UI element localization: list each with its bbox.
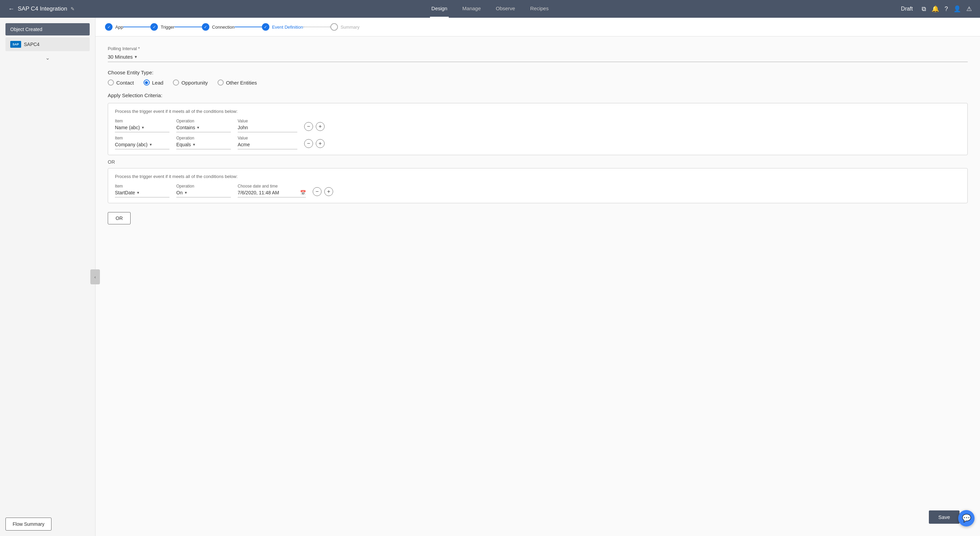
item3-value: StartDate [115,190,135,196]
radio-opportunity-circle [173,80,179,86]
op3-arrow-icon: ▾ [185,190,187,195]
or-button[interactable]: OR [108,212,130,224]
chat-button[interactable]: 💬 [958,510,975,526]
edit-icon[interactable]: ✎ [71,6,75,11]
top-nav: ← SAP C4 Integration ✎ Design Manage Obs… [0,0,980,18]
op3-select[interactable]: On ▾ [176,190,231,197]
step-summary: Summary [331,23,360,31]
item3-select[interactable]: StartDate ▾ [115,190,169,197]
or-separator-label: OR [108,159,968,165]
date-field-1[interactable]: 📅 [238,190,306,197]
step-summary-label: Summary [340,25,360,30]
tab-recipes[interactable]: Recipes [529,0,550,18]
item1-select[interactable]: Name (abc) ▾ [115,125,169,132]
connector-1 [123,27,150,27]
step-app-circle: ✓ [105,23,113,31]
entity-radio-group: Contact Lead Opportunity Other Entities [108,80,968,86]
sidebar: Object Created SAP SAPC4 ⌄ ‹ Flow Summar… [0,18,95,536]
field-group-val2: Value [238,136,298,150]
field-group-val1: Value [238,119,298,132]
save-button[interactable]: Save [929,511,959,524]
btn-group-3: − + [313,187,333,196]
item1-arrow-icon: ▾ [142,125,144,130]
remove-condition2-row1-button[interactable]: − [313,187,321,196]
expand-icon[interactable]: ⌄ [5,54,90,61]
condition1-description: Process the trigger event if it meets al… [115,109,961,114]
step-connection: ✓ Connection [202,23,235,31]
field-group-date1: Choose date and time 📅 [238,184,306,197]
external-link-icon[interactable]: ⧉ [922,5,926,13]
add-condition1-row2-button[interactable]: + [316,139,325,148]
condition-box-1: Process the trigger event if it meets al… [108,103,968,155]
back-button[interactable]: ← [8,5,14,13]
remove-condition1-row2-button[interactable]: − [304,139,313,148]
radio-contact-label: Contact [116,80,134,86]
draft-status: Draft [901,6,913,12]
main-layout: Object Created SAP SAPC4 ⌄ ‹ Flow Summar… [0,18,980,536]
val2-input[interactable] [238,142,298,150]
alert-icon[interactable]: ⚠ [966,5,972,13]
val1-input[interactable] [238,125,298,132]
tab-observe[interactable]: Observe [495,0,517,18]
field-group-item2: Item Company (abc) ▾ [115,136,169,150]
entity-type-label: Choose Entity Type: [108,70,968,75]
help-icon[interactable]: ? [945,5,948,13]
connector-2 [175,27,202,27]
bell-icon[interactable]: 🔔 [932,5,939,13]
field-group-op1: Operation Contains ▾ [176,119,231,132]
radio-opportunity[interactable]: Opportunity [173,80,208,86]
op1-value: Contains [176,125,195,130]
add-condition2-row1-button[interactable]: + [324,187,333,196]
connector-4 [303,27,331,27]
condition-box-2: Process the trigger event if it meets al… [108,168,968,203]
radio-lead-circle [143,80,150,86]
op2-select[interactable]: Equals ▾ [176,142,231,150]
field-group-op2: Operation Equals ▾ [176,136,231,150]
radio-other-entities[interactable]: Other Entities [218,80,257,86]
polling-label: Polling Interval * [108,46,968,51]
sidebar-item-label: SAPC4 [24,41,40,47]
sidebar-app-item[interactable]: SAP SAPC4 [5,38,90,51]
nav-center: Design Manage Observe Recipes [430,0,550,18]
field-group-item1: Item Name (abc) ▾ [115,119,169,132]
item2-label: Item [115,136,169,140]
op3-label: Operation [176,184,231,189]
polling-select[interactable]: 30 Minutes ▾ [108,54,968,62]
remove-condition1-row1-button[interactable]: − [304,122,313,131]
calendar-icon[interactable]: 📅 [300,190,306,196]
date-input-1[interactable] [238,190,298,196]
connector-3 [235,27,262,27]
progress-bar: ✓ App ✓ Trigger ✓ Connection ✓ Event Def… [95,18,980,37]
condition1-row1: Item Name (abc) ▾ Operation Contains ▾ [115,119,961,132]
step-event-label: Event Definition [272,25,303,30]
item2-select[interactable]: Company (abc) ▾ [115,142,169,150]
tab-manage[interactable]: Manage [461,0,482,18]
op2-arrow-icon: ▾ [193,142,195,147]
field-group-op3: Operation On ▾ [176,184,231,197]
radio-lead-label: Lead [152,80,163,86]
step-trigger: ✓ Trigger [150,23,175,31]
val1-label: Value [238,119,298,123]
add-condition1-row1-button[interactable]: + [316,122,325,131]
op3-value: On [176,190,183,196]
flow-summary-button[interactable]: Flow Summary [5,518,51,531]
op2-value: Equals [176,142,191,147]
radio-lead[interactable]: Lead [143,80,163,86]
polling-value: 30 Minutes [108,54,133,60]
condition1-row2: Item Company (abc) ▾ Operation Equals ▾ [115,136,961,150]
op1-arrow-icon: ▾ [197,125,199,130]
tab-design[interactable]: Design [430,0,449,18]
radio-contact[interactable]: Contact [108,80,134,86]
op1-select[interactable]: Contains ▾ [176,125,231,132]
field-group-item3: Item StartDate ▾ [115,184,169,197]
step-connection-circle: ✓ [202,23,209,31]
date1-label: Choose date and time [238,184,306,189]
step-connection-label: Connection [212,25,235,30]
collapse-sidebar-button[interactable]: ‹ [91,269,100,285]
item2-value: Company (abc) [115,142,148,147]
nav-right: Draft ⧉ 🔔 ? 👤 ⚠ [550,5,972,13]
nav-left: ← SAP C4 Integration ✎ [8,5,430,13]
user-icon[interactable]: 👤 [953,5,961,13]
form-area: Polling Interval * 30 Minutes ▾ Choose E… [95,37,980,234]
op1-label: Operation [176,119,231,123]
